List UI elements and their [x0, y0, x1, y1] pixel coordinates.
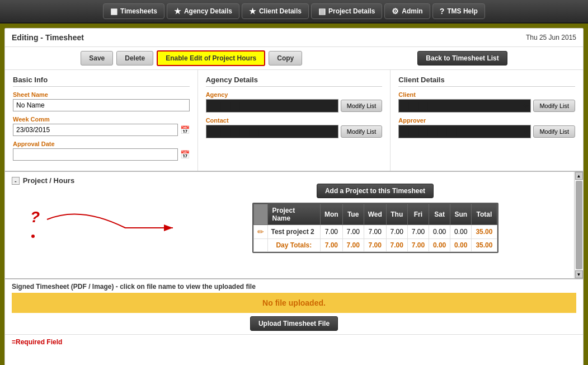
copy-button[interactable]: Copy — [269, 51, 302, 65]
edit-pencil-cell: ✏ — [253, 225, 267, 239]
nav-client-details[interactable]: ★ Client Details — [242, 3, 309, 19]
add-project-button[interactable]: Add a Project to this Timesheet — [317, 184, 434, 198]
signed-timesheet-section: Signed Timesheet (PDF / Image) - click o… — [5, 278, 583, 334]
wed-cell: 7.00 — [364, 225, 386, 239]
edit-col-header — [253, 204, 267, 225]
three-col-section: Basic Info Sheet Name Week Comm 📅 Approv… — [5, 70, 583, 172]
admin-icon: ⚙ — [392, 7, 399, 16]
col-total: Total — [472, 204, 497, 225]
scroll-up-button[interactable]: ▲ — [575, 172, 583, 180]
sheet-name-input[interactable] — [13, 99, 190, 111]
save-button[interactable]: Save — [81, 51, 113, 65]
nav-agency-details[interactable]: ★ Agency Details — [167, 3, 239, 19]
approver-label: Approver — [398, 117, 575, 124]
day-totals-label: Day Totals: — [267, 239, 321, 252]
nav-tms-help[interactable]: ? TMS Help — [432, 3, 485, 19]
tue-cell: 7.00 — [342, 225, 364, 239]
delete-button[interactable]: Delete — [116, 51, 153, 65]
contact-row: ████████████ Modify List — [206, 125, 383, 138]
approver-select[interactable]: ████████████ — [398, 125, 531, 138]
svg-text:?: ? — [30, 208, 40, 226]
fri-cell: 7.00 — [407, 225, 429, 239]
sun-cell: 0.00 — [450, 225, 472, 239]
sheet-name-label: Sheet Name — [13, 91, 190, 98]
project-icon: ▤ — [318, 7, 326, 16]
agency-select[interactable]: ████████ — [206, 99, 338, 113]
col-sat: Sat — [429, 204, 450, 225]
day-totals-sat: 0.00 — [429, 239, 450, 252]
day-totals-wed: 7.00 — [364, 239, 386, 252]
timesheets-icon: ▦ — [110, 7, 117, 16]
no-file-box: No file uploaded. — [12, 293, 576, 313]
collapse-button[interactable]: - — [12, 177, 20, 185]
scrollbar: ▲ ▼ — [574, 172, 583, 278]
nav-admin[interactable]: ⚙ Admin — [384, 3, 430, 19]
toolbar: Save Delete Enable Edit of Project Hours… — [5, 47, 583, 70]
sat-cell: 0.00 — [429, 225, 450, 239]
col-fri: Fri — [407, 204, 429, 225]
week-comm-row: 📅 — [13, 124, 190, 136]
page-title: Editing - Timesheet — [12, 33, 84, 42]
page-date: Thu 25 Jun 2015 — [526, 34, 576, 41]
client-modify-list-button[interactable]: Modify List — [533, 100, 575, 112]
required-field-text: =Required Field — [12, 338, 62, 346]
approval-date-input[interactable] — [13, 148, 178, 161]
client-label: Client — [398, 91, 575, 98]
required-field-bar: =Required Field — [5, 334, 583, 349]
annotation-svg: ? — [13, 200, 187, 267]
nav-timesheets[interactable]: ▦ Timesheets — [103, 3, 164, 19]
table-row: ✏ Test project 2 7.00 7.00 7.00 7.00 7.0… — [253, 225, 497, 239]
mon-cell: 7.00 — [321, 225, 343, 239]
approval-date-label: Approval Date — [13, 141, 190, 147]
col-project-name: ProjectName — [267, 204, 321, 225]
agency-modify-list-button[interactable]: Modify List — [341, 100, 383, 112]
enable-edit-button[interactable]: Enable Edit of Project Hours — [157, 50, 265, 66]
approver-modify-list-button[interactable]: Modify List — [533, 125, 575, 138]
day-totals-total: 35.00 — [472, 239, 497, 252]
upload-timesheet-button[interactable]: Upload Timesheet File — [250, 316, 338, 331]
week-comm-label: Week Comm — [13, 116, 190, 123]
day-totals-sun: 0.00 — [450, 239, 472, 252]
agency-details-title: Agency Details — [206, 76, 383, 87]
project-hours-title: Project / Hours — [23, 176, 74, 185]
no-file-text: No file uploaded. — [262, 298, 326, 307]
col-wed: Wed — [364, 204, 386, 225]
client-row: ██████ Modify List — [398, 99, 575, 113]
page-header: Editing - Timesheet Thu 25 Jun 2015 — [5, 29, 583, 47]
help-icon: ? — [440, 7, 445, 16]
approval-date-calendar-icon[interactable]: 📅 — [180, 150, 190, 159]
edit-pencil-icon[interactable]: ✏ — [257, 227, 264, 236]
col-tue: Tue — [342, 204, 364, 225]
project-name-cell: Test project 2 — [267, 225, 321, 239]
day-totals-empty-cell — [253, 239, 267, 252]
contact-select[interactable]: ████████████ — [206, 125, 338, 138]
week-comm-calendar-icon[interactable]: 📅 — [180, 125, 190, 134]
col-mon: Mon — [321, 204, 343, 225]
contact-label: Contact — [206, 117, 383, 124]
scroll-down-button[interactable]: ▼ — [575, 270, 583, 278]
signed-timesheet-title: Signed Timesheet (PDF / Image) - click o… — [12, 283, 576, 291]
main-content: Editing - Timesheet Thu 25 Jun 2015 Save… — [4, 28, 584, 365]
project-hours-section: - Project / Hours ? Add a Project to thi… — [5, 172, 583, 278]
contact-modify-list-button[interactable]: Modify List — [341, 125, 383, 138]
nav-project-details[interactable]: ▤ Project Details — [311, 3, 382, 19]
agency-label: Agency — [206, 91, 383, 98]
client-details-title: Client Details — [398, 76, 575, 87]
approver-row: ████████████ Modify List — [398, 125, 575, 138]
day-totals-thu: 7.00 — [386, 239, 407, 252]
thu-cell: 7.00 — [386, 225, 407, 239]
week-comm-input[interactable] — [13, 124, 178, 136]
back-to-list-button[interactable]: Back to Timesheet List — [417, 51, 507, 65]
approval-date-row: 📅 — [13, 148, 190, 161]
client-select[interactable]: ██████ — [398, 99, 531, 113]
col-sun: Sun — [450, 204, 472, 225]
day-totals-mon: 7.00 — [321, 239, 343, 252]
project-table-area: Add a Project to this Timesheet ProjectN… — [174, 184, 576, 253]
basic-info-section: Basic Info Sheet Name Week Comm 📅 Approv… — [5, 70, 198, 171]
agency-row: ████████ Modify List — [206, 99, 383, 113]
scroll-thumb — [576, 181, 582, 269]
agency-details-section: Agency Details Agency ████████ Modify Li… — [198, 70, 391, 171]
total-cell: 35.00 — [472, 225, 497, 239]
top-navigation: ▦ Timesheets ★ Agency Details ★ Client D… — [0, 0, 588, 24]
day-totals-fri: 7.00 — [407, 239, 429, 252]
